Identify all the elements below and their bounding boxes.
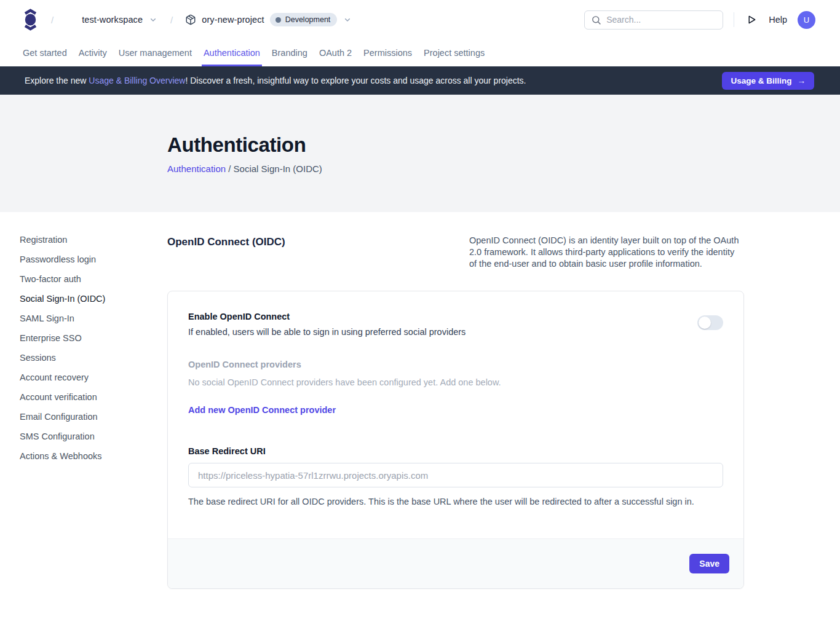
environment-label: Development bbox=[285, 15, 331, 24]
providers-label: OpenID Connect providers bbox=[188, 360, 723, 369]
tab-oauth2[interactable]: OAuth 2 bbox=[319, 39, 352, 66]
save-button[interactable]: Save bbox=[689, 554, 729, 573]
header-divider bbox=[734, 12, 734, 27]
section-header: OpenID Connect (OIDC) OpenID Connect (OI… bbox=[167, 235, 744, 270]
breadcrumb-authentication-link[interactable]: Authentication bbox=[167, 163, 226, 174]
sidebar-item-account-recovery[interactable]: Account recovery bbox=[20, 372, 167, 382]
breadcrumb: Authentication / Social Sign-In (OIDC) bbox=[167, 163, 744, 174]
search-box bbox=[584, 10, 723, 30]
package-icon bbox=[185, 14, 196, 25]
oidc-settings-card-body: Enable OpenID Connect If enabled, users … bbox=[168, 291, 743, 538]
sidebar-item-enterprise-sso[interactable]: Enterprise SSO bbox=[20, 333, 167, 343]
workspace-switcher[interactable]: test-workspace bbox=[66, 15, 158, 25]
providers-empty-text: No social OpenID Connect providers have … bbox=[188, 377, 723, 387]
base-redirect-helper: The base redirect URI for all OIDC provi… bbox=[188, 497, 723, 506]
arrow-right-icon: → bbox=[798, 76, 806, 85]
user-avatar[interactable]: U bbox=[798, 11, 815, 29]
base-redirect-label: Base Redirect URI bbox=[188, 446, 723, 456]
add-oidc-provider-link[interactable]: Add new OpenID Connect provider bbox=[188, 405, 336, 415]
enable-oidc-title: Enable OpenID Connect bbox=[188, 312, 466, 321]
environment-dot-icon bbox=[275, 17, 281, 23]
sidebar-item-social-sign-in-oidc[interactable]: Social Sign-In (OIDC) bbox=[20, 294, 167, 304]
usage-billing-button-label: Usage & Billing bbox=[731, 76, 791, 85]
tab-branding[interactable]: Branding bbox=[272, 39, 307, 66]
tab-activity[interactable]: Activity bbox=[79, 39, 107, 66]
sidebar-item-registration[interactable]: Registration bbox=[20, 235, 167, 245]
page: / test-workspace / ory-new-project bbox=[0, 0, 840, 638]
tab-user-management[interactable]: User management bbox=[119, 39, 192, 66]
section-title: OpenID Connect (OIDC) bbox=[167, 235, 285, 248]
card-footer: Save bbox=[168, 538, 743, 588]
header-breadcrumb: / test-workspace / ory-new-project bbox=[22, 8, 352, 31]
ory-logo-icon[interactable] bbox=[22, 8, 39, 31]
enable-oidc-text: Enable OpenID Connect If enabled, users … bbox=[188, 312, 466, 337]
settings-sidebar: Registration Passwordless login Two-fact… bbox=[20, 235, 167, 589]
banner-text-suffix: ! Discover a fresh, insightful way to ex… bbox=[185, 76, 526, 85]
breadcrumb-separator: / bbox=[167, 15, 176, 25]
search-input[interactable] bbox=[606, 15, 716, 25]
breadcrumb-current: Social Sign-In (OIDC) bbox=[234, 163, 322, 174]
sidebar-item-sms-configuration[interactable]: SMS Configuration bbox=[20, 431, 167, 441]
folder-icon bbox=[66, 15, 76, 25]
providers-section: OpenID Connect providers No social OpenI… bbox=[188, 360, 723, 415]
chevron-down-icon bbox=[343, 15, 352, 25]
cli-button[interactable] bbox=[745, 13, 758, 26]
usage-billing-button[interactable]: Usage & Billing → bbox=[722, 72, 814, 90]
banner-text-prefix: Explore the new bbox=[25, 76, 89, 85]
banner-text: Explore the new Usage & Billing Overview… bbox=[25, 76, 526, 85]
tab-project-settings[interactable]: Project settings bbox=[424, 39, 485, 66]
tab-authentication[interactable]: Authentication bbox=[204, 39, 260, 66]
tab-permissions[interactable]: Permissions bbox=[363, 39, 412, 66]
announcement-banner: Explore the new Usage & Billing Overview… bbox=[0, 66, 840, 95]
oidc-settings-card: Enable OpenID Connect If enabled, users … bbox=[167, 291, 744, 589]
main-nav-tabs: Get started Activity User management Aut… bbox=[0, 39, 840, 66]
base-redirect-input[interactable] bbox=[188, 463, 723, 487]
sidebar-item-passwordless-login[interactable]: Passwordless login bbox=[20, 254, 167, 264]
search-icon bbox=[591, 15, 601, 25]
workspace-name: test-workspace bbox=[82, 15, 143, 25]
breadcrumb-sep: / bbox=[226, 163, 234, 174]
sidebar-item-saml-sign-in[interactable]: SAML Sign-In bbox=[20, 313, 167, 323]
chevron-down-icon bbox=[148, 15, 158, 25]
breadcrumb-separator: / bbox=[47, 15, 57, 25]
header-actions: Help U bbox=[584, 10, 815, 30]
base-redirect-section: Base Redirect URI The base redirect URI … bbox=[188, 446, 723, 506]
play-icon bbox=[746, 14, 757, 25]
sidebar-item-account-verification[interactable]: Account verification bbox=[20, 392, 167, 402]
environment-badge: Development bbox=[270, 13, 338, 26]
sidebar-item-email-configuration[interactable]: Email Configuration bbox=[20, 412, 167, 422]
sidebar-item-two-factor-auth[interactable]: Two-factor auth bbox=[20, 274, 167, 284]
top-header: / test-workspace / ory-new-project bbox=[0, 0, 840, 39]
help-link[interactable]: Help bbox=[769, 15, 787, 25]
oidc-enable-toggle[interactable] bbox=[697, 315, 723, 330]
enable-oidc-row: Enable OpenID Connect If enabled, users … bbox=[188, 312, 723, 337]
enable-oidc-subtitle: If enabled, users will be able to sign i… bbox=[188, 327, 466, 337]
sidebar-item-sessions[interactable]: Sessions bbox=[20, 353, 167, 363]
content-area: Registration Passwordless login Two-fact… bbox=[0, 212, 840, 626]
sidebar-item-actions-webhooks[interactable]: Actions & Webhooks bbox=[20, 451, 167, 461]
tab-get-started[interactable]: Get started bbox=[23, 39, 67, 66]
project-switcher[interactable]: ory-new-project Development bbox=[185, 13, 352, 26]
usage-billing-overview-link[interactable]: Usage & Billing Overview bbox=[89, 76, 185, 85]
page-title: Authentication bbox=[167, 133, 744, 157]
project-name: ory-new-project bbox=[202, 15, 264, 25]
toggle-knob bbox=[699, 317, 711, 329]
main-panel: OpenID Connect (OIDC) OpenID Connect (OI… bbox=[167, 235, 744, 589]
section-description: OpenID Connect (OIDC) is an identity lay… bbox=[469, 235, 744, 270]
page-hero: Authentication Authentication / Social S… bbox=[0, 95, 840, 212]
